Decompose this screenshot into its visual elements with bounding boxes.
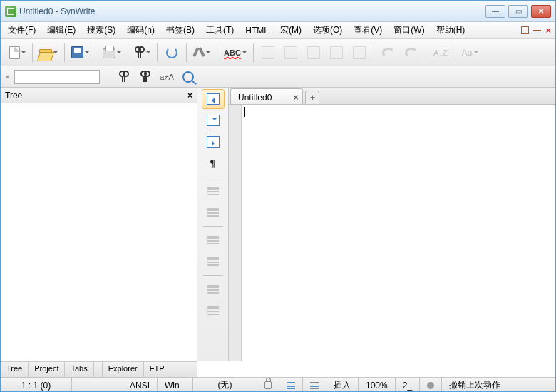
status-language[interactable]: (无) (193, 378, 257, 392)
editor-body (229, 105, 555, 361)
title-bar: Untitled0 - SynWrite — ▭ ✕ (1, 1, 555, 22)
pilcrow-icon: ¶ (210, 158, 215, 170)
tree-header: Tree × (1, 88, 197, 103)
restore-icon[interactable] (521, 26, 529, 34)
status-position[interactable]: 1 : 1 (0) (1, 378, 72, 392)
find-prev-icon (119, 71, 129, 83)
open-folder-icon (39, 49, 52, 58)
status-char[interactable]: 2_ (396, 378, 420, 392)
close-inner-icon[interactable]: × (545, 25, 551, 36)
menu-html[interactable]: HTML (242, 24, 272, 37)
sidebar-tab-ftp[interactable]: FTP (144, 362, 171, 377)
comment-button[interactable] (202, 181, 225, 201)
main-toolbar: ABC A↓Z Aa (1, 39, 555, 66)
new-tab-button[interactable]: + (305, 91, 319, 104)
status-select[interactable] (303, 378, 326, 392)
redo-button[interactable] (401, 42, 422, 63)
menu-search[interactable]: 搜索(S) (84, 23, 118, 38)
paste-button[interactable] (326, 42, 347, 63)
document-tabs: Untitled0 × + (229, 88, 555, 105)
status-eol[interactable]: Win (158, 378, 193, 392)
status-readonly[interactable] (257, 378, 279, 392)
status-insert-mode[interactable]: 插入 (326, 378, 359, 392)
indent-button[interactable] (202, 230, 225, 250)
new-file-button[interactable] (6, 42, 29, 63)
new-file-icon (9, 46, 20, 59)
spellcheck-button[interactable]: ABC (221, 42, 249, 63)
status-bar: 1 : 1 (0) ANSI Win (无) 插入 100% 2_ 撤销上次动作 (1, 377, 555, 392)
tab-close-icon[interactable]: × (293, 93, 298, 103)
unfold-button[interactable] (202, 301, 225, 321)
sidebar-tab-explorer[interactable]: Explorer (103, 362, 144, 377)
match-case-button[interactable]: a≠A (158, 68, 175, 86)
status-encoding[interactable]: ANSI (72, 378, 158, 392)
text-editor[interactable] (242, 105, 555, 361)
uncomment-button[interactable] (202, 202, 225, 222)
menu-encoding[interactable]: 编码(n) (124, 23, 158, 38)
copy-doc-button[interactable] (257, 42, 279, 63)
find-prev-button[interactable] (115, 68, 133, 86)
menu-file[interactable]: 文件(F) (5, 23, 38, 38)
sidebar-tab-tree[interactable]: Tree (1, 362, 29, 377)
search-close-icon[interactable]: × (5, 72, 10, 82)
fold-button[interactable] (202, 279, 225, 299)
find-next-button[interactable] (137, 68, 154, 86)
sidebar-tab-project[interactable]: Project (29, 362, 65, 377)
tools-button[interactable] (190, 42, 213, 63)
close-button[interactable]: ✕ (531, 5, 551, 18)
spellcheck-icon: ABC (224, 48, 241, 57)
content-area: Tree × ¶ Untitled0 × + (1, 88, 555, 361)
case-icon: Aa (462, 48, 473, 58)
undo-button[interactable] (378, 42, 399, 63)
sort-button[interactable]: A↓Z (430, 42, 451, 63)
open-file-button[interactable] (36, 42, 61, 63)
select-icon (310, 382, 319, 389)
lock-icon (264, 381, 272, 389)
tree-body[interactable] (1, 103, 197, 361)
menu-option[interactable]: 选项(O) (310, 23, 345, 38)
lines-icon (287, 382, 295, 389)
paste-icon (330, 46, 343, 59)
window-title: Untitled0 - SynWrite (19, 6, 485, 16)
cut-button[interactable] (280, 42, 302, 63)
quick-search-bar: × a≠A (1, 66, 555, 88)
wrap-down-button[interactable] (202, 110, 225, 130)
wrap-left-button[interactable] (202, 89, 225, 109)
status-message: 撤销上次动作 (442, 378, 555, 392)
sidebar-tab-tabs[interactable]: Tabs (65, 362, 93, 377)
wrap-right-button[interactable] (202, 132, 225, 152)
document-tab[interactable]: Untitled0 × (230, 88, 303, 104)
menu-bookmark[interactable]: 书签(B) (163, 23, 197, 38)
menu-edit[interactable]: 编辑(E) (44, 23, 78, 38)
delete-button[interactable] (349, 42, 370, 63)
menu-tool[interactable]: 工具(T) (203, 23, 237, 38)
minimize-inner-icon[interactable] (533, 30, 541, 31)
wrap-down-icon (207, 115, 220, 126)
print-button[interactable] (100, 42, 124, 63)
copy-doc-icon (262, 46, 274, 59)
status-wrap[interactable] (279, 378, 303, 392)
tree-close-icon[interactable]: × (187, 91, 192, 100)
menu-help[interactable]: 帮助(H) (433, 23, 468, 38)
search-lens-button[interactable] (180, 68, 197, 86)
tools-icon (193, 47, 205, 58)
outdent-button[interactable] (202, 252, 225, 272)
search-input[interactable] (14, 70, 100, 84)
sync-button[interactable] (161, 42, 182, 63)
minimize-button[interactable]: — (485, 5, 505, 18)
pilcrow-button[interactable]: ¶ (202, 153, 225, 173)
delete-icon (353, 46, 366, 59)
menu-window[interactable]: 窗口(W) (391, 23, 427, 38)
find-button[interactable] (132, 42, 153, 63)
undo-icon (382, 48, 395, 58)
menu-view[interactable]: 查看(V) (351, 23, 385, 38)
menu-macro[interactable]: 宏(M) (277, 23, 304, 38)
app-icon (5, 6, 16, 17)
case-button[interactable]: Aa (459, 42, 481, 63)
comment-icon (207, 187, 219, 195)
status-zoom[interactable]: 100% (359, 378, 396, 392)
copy-button[interactable] (303, 42, 324, 63)
text-cursor (244, 107, 245, 117)
save-button[interactable] (68, 42, 92, 63)
maximize-button[interactable]: ▭ (508, 5, 528, 18)
